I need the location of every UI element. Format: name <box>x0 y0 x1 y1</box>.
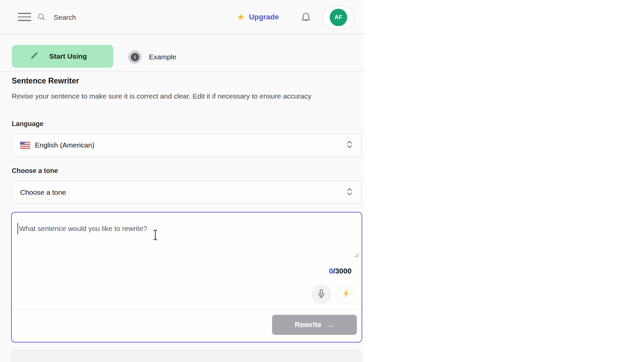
resize-handle[interactable] <box>354 252 359 259</box>
language-select[interactable]: English (American) <box>12 134 362 157</box>
microphone-icon <box>316 289 326 300</box>
search-placeholder-text: Search <box>54 13 76 21</box>
chevron-up-down-icon <box>346 139 353 152</box>
quick-prompt-button[interactable] <box>337 285 356 304</box>
page-title: Sentence Rewriter <box>12 76 79 85</box>
tone-label: Choose a tone <box>12 167 58 175</box>
account-menu-button[interactable]: AF <box>322 6 355 29</box>
language-label: Language <box>12 120 43 128</box>
ibeam-cursor <box>153 229 158 242</box>
tone-select[interactable]: Choose a tone <box>12 181 362 204</box>
bell-icon <box>300 19 312 25</box>
char-count: 0 <box>329 267 333 275</box>
info-icon: i <box>128 50 142 64</box>
char-limit: /3000 <box>333 267 352 275</box>
search-icon <box>37 12 46 23</box>
arrow-right-icon: → <box>326 320 334 329</box>
sentence-input[interactable]: What sentence would you like to rewrite?… <box>11 212 362 343</box>
tab-start-using-label: Start Using <box>49 52 87 60</box>
rewrite-button[interactable]: Rewrite → <box>272 315 357 335</box>
pencil-icon <box>29 51 39 62</box>
card-footer-divider <box>12 309 362 309</box>
notifications-button[interactable] <box>300 11 312 24</box>
lightning-bolt-icon <box>341 289 351 300</box>
star-icon: ★ <box>237 13 245 22</box>
us-flag-icon <box>20 142 30 149</box>
hamburger-menu-button[interactable] <box>18 13 31 22</box>
top-bar: Search ★ Upgrade AF <box>0 0 364 34</box>
tabs-divider <box>0 71 364 71</box>
tone-value: Choose a tone <box>20 188 66 196</box>
rewrite-button-label: Rewrite <box>295 320 321 329</box>
app-content-column: Search ★ Upgrade AF Start Using <box>0 0 364 362</box>
language-value: English (American) <box>35 141 94 149</box>
text-caret <box>17 223 18 234</box>
sentence-input-placeholder: What sentence would you like to rewrite? <box>19 225 147 233</box>
chevron-up-down-icon <box>346 186 353 199</box>
search-input[interactable]: Search <box>37 10 138 25</box>
tab-example[interactable]: i Example <box>128 50 176 64</box>
upgrade-button[interactable]: ★ Upgrade <box>237 9 279 25</box>
char-counter: 0/3000 <box>329 267 352 276</box>
tab-start-using[interactable]: Start Using <box>12 45 113 68</box>
output-panel[interactable] <box>11 350 362 362</box>
avatar: AF <box>330 9 347 26</box>
upgrade-label: Upgrade <box>249 13 279 21</box>
tab-example-label: Example <box>149 53 176 61</box>
mic-button[interactable] <box>312 285 331 304</box>
page-description: Revise your sentence to make sure it is … <box>12 89 339 103</box>
